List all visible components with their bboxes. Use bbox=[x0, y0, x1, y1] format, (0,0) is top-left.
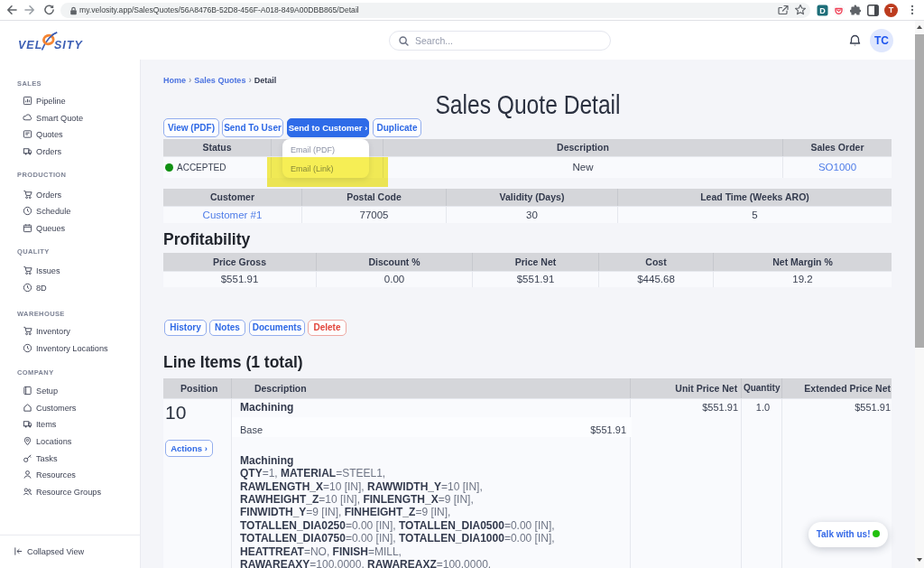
svg-text:VEL: VEL bbox=[18, 39, 42, 51]
svg-text:SITY: SITY bbox=[54, 39, 83, 51]
svg-text:D: D bbox=[819, 6, 826, 15]
